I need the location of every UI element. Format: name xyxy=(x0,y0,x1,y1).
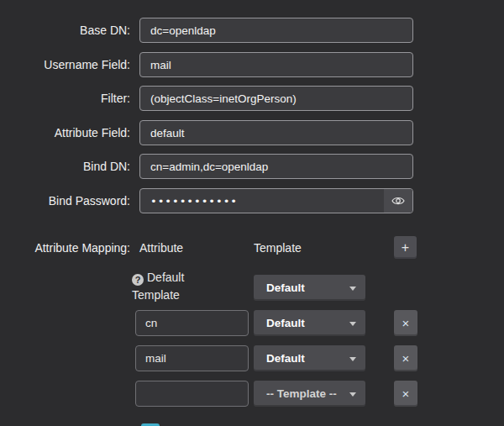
attribute-column-header: Attribute xyxy=(139,241,183,255)
username-field-input[interactable] xyxy=(139,52,413,77)
bind-dn-label: Bind DN: xyxy=(0,154,130,179)
default-template-label: ?Default Template xyxy=(132,269,218,304)
ldap-settings-panel: Base DN: Username Field: Filter: Attribu… xyxy=(0,0,504,426)
bind-dn-input[interactable] xyxy=(139,154,413,179)
eye-icon xyxy=(391,196,405,206)
help-icon[interactable]: ? xyxy=(132,274,144,286)
base-dn-label: Base DN: xyxy=(0,18,130,43)
add-mapping-button[interactable]: + xyxy=(394,236,417,259)
base-dn-input[interactable] xyxy=(139,18,413,43)
default-template-select[interactable]: Default xyxy=(254,275,365,301)
mapping-template-select[interactable]: -- Template -- xyxy=(254,381,365,407)
bind-password-label: Bind Password: xyxy=(0,188,130,213)
mapping-template-select[interactable]: Default xyxy=(254,310,365,336)
filter-input[interactable] xyxy=(139,86,413,111)
mapping-attribute-input[interactable] xyxy=(135,345,249,371)
toggle-password-visibility-button[interactable] xyxy=(384,189,412,213)
remove-mapping-button[interactable]: × xyxy=(394,310,417,336)
attribute-mapping-label: Attribute Mapping: xyxy=(0,235,130,260)
remove-mapping-button[interactable]: × xyxy=(394,345,417,371)
caret-down-icon xyxy=(349,392,356,397)
remove-mapping-button[interactable]: × xyxy=(394,381,417,407)
bind-password-input[interactable] xyxy=(140,189,384,213)
caret-down-icon xyxy=(349,357,356,361)
mapping-attribute-input[interactable] xyxy=(135,381,249,407)
caret-down-icon xyxy=(349,287,356,291)
attribute-field-input[interactable] xyxy=(139,120,413,145)
attribute-field-label: Attribute Field: xyxy=(0,120,130,145)
mapping-attribute-input[interactable] xyxy=(135,310,249,336)
bind-password-group xyxy=(139,188,413,213)
username-field-label: Username Field: xyxy=(0,52,130,77)
caret-down-icon xyxy=(349,322,356,326)
mapping-template-select[interactable]: Default xyxy=(254,345,365,371)
filter-label: Filter: xyxy=(0,86,130,111)
template-column-header: Template xyxy=(254,241,302,255)
